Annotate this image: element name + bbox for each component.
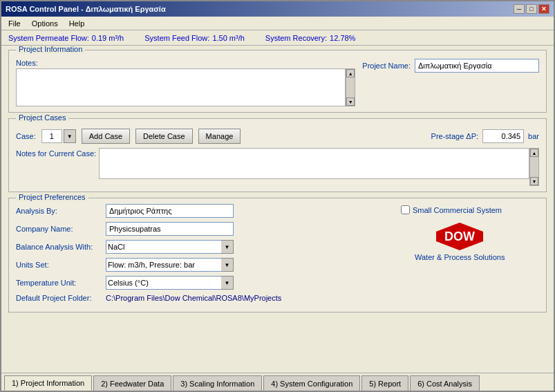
project-info-title: Project Information <box>16 46 85 53</box>
prefs-left: Analysis By: Company Name: Balance Analy… <box>16 204 387 306</box>
project-info-row: Notes: ▲ ▼ Project Name: <box>16 59 539 106</box>
feed-flow-label: System Feed Flow: <box>144 34 209 42</box>
add-case-button[interactable]: Add Case <box>82 129 130 144</box>
menu-bar: File Options Help <box>1 17 554 30</box>
balance-select-arrow[interactable]: ▼ <box>221 240 234 254</box>
tabs-bar: 1) Project Information 2) Feedwater Data… <box>1 373 554 391</box>
balance-select-wrapper: NaCl ▼ <box>106 240 234 254</box>
company-name-row: Company Name: <box>16 222 387 236</box>
permeate-flow-value: 0.19 m³/h <box>92 34 124 42</box>
case-notes-textarea[interactable] <box>99 148 529 179</box>
folder-row: Default Project Folder: C:\Program Files… <box>16 294 387 302</box>
notes-scrollbar[interactable]: ▲ ▼ <box>346 68 355 106</box>
case-dropdown-arrow[interactable]: ▼ <box>64 129 76 143</box>
company-name-label: Company Name: <box>16 225 106 233</box>
tab-scaling-information[interactable]: 3) Scaling Information <box>173 375 262 391</box>
scroll-down-arrow[interactable]: ▼ <box>346 97 355 106</box>
maximize-button[interactable]: □ <box>526 4 537 14</box>
case-label: Case: <box>16 132 36 140</box>
prestage-unit: bar <box>528 132 539 140</box>
notes-textarea[interactable] <box>16 68 346 106</box>
balance-analysis-row: Balance Analysis With: NaCl ▼ <box>16 240 387 254</box>
cases-row: Case: ▼ Add Case Delete Case Manage Pre-… <box>16 129 539 144</box>
project-preferences-title: Project Preferences <box>16 193 88 201</box>
feed-flow-item: System Feed Flow: 1.50 m³/h <box>144 34 245 42</box>
notes-for-case-label: Notes for Current Case: <box>16 148 96 186</box>
project-name-section: Project Name: <box>362 59 539 73</box>
analysis-by-row: Analysis By: <box>16 204 387 218</box>
window-controls: ─ □ ✕ <box>514 4 549 14</box>
permeate-flow-item: System Permeate Flow: 0.19 m³/h <box>8 34 124 42</box>
case-select: ▼ <box>41 129 76 143</box>
main-window: ROSA Control Panel - Διπλωματική Εργασία… <box>0 0 555 392</box>
notes-section: Notes: ▲ ▼ <box>16 59 355 106</box>
menu-help[interactable]: Help <box>65 19 89 28</box>
tab-system-configuration[interactable]: 4) System Configuration <box>263 375 360 391</box>
project-name-input[interactable] <box>415 59 539 73</box>
case-number-input[interactable] <box>41 129 62 143</box>
units-set-label: Units Set: <box>16 261 106 269</box>
recovery-item: System Recovery: 12.78% <box>265 34 356 42</box>
prefs-content: Analysis By: Company Name: Balance Analy… <box>16 204 539 306</box>
menu-options[interactable]: Options <box>28 19 62 28</box>
project-name-label: Project Name: <box>362 62 411 70</box>
recovery-value: 12.78% <box>330 34 355 42</box>
tab-feedwater-data[interactable]: 2) Feedwater Data <box>93 375 171 391</box>
dow-tagline: Water & Process Solutions <box>415 253 505 261</box>
temp-unit-label: Temperature Unit: <box>16 279 106 287</box>
temp-select-wrapper: Celsius (°C) ▼ <box>106 276 234 290</box>
tab-report[interactable]: 5) Report <box>361 375 408 391</box>
notes-label: Notes: <box>16 59 355 67</box>
temp-unit-row: Temperature Unit: Celsius (°C) ▼ <box>16 276 387 290</box>
analysis-by-label: Analysis By: <box>16 207 106 215</box>
close-button[interactable]: ✕ <box>538 4 549 14</box>
feed-flow-value: 1.50 m³/h <box>212 34 244 42</box>
recovery-label: System Recovery: <box>265 34 327 42</box>
units-select-arrow[interactable]: ▼ <box>221 258 234 272</box>
folder-path: C:\Program Files\Dow Chemical\ROSA8\MyPr… <box>106 294 281 302</box>
small-commercial-label[interactable]: Small Commercial System <box>401 205 502 214</box>
system-info-bar: System Permeate Flow: 0.19 m³/h System F… <box>1 30 554 46</box>
permeate-flow-label: System Permeate Flow: <box>8 34 89 42</box>
case-scroll-down[interactable]: ▼ <box>530 177 538 185</box>
project-info-group: Project Information Notes: ▲ ▼ Project N… <box>8 50 547 113</box>
small-commercial-text: Small Commercial System <box>413 206 502 214</box>
company-name-input[interactable] <box>106 222 234 236</box>
balance-analysis-label: Balance Analysis With: <box>16 243 106 251</box>
project-cases-group: Project Cases Case: ▼ Add Case Delete Ca… <box>8 118 547 192</box>
dow-logo-icon: DOW <box>432 221 487 252</box>
units-set-row: Units Set: Flow: m3/h, Pressure: bar ▼ <box>16 258 387 272</box>
tab-cost-analysis[interactable]: 6) Cost Analysis <box>410 375 480 391</box>
dow-logo-area: DOW Water & Process Solutions <box>415 221 505 261</box>
delete-case-button[interactable]: Delete Case <box>135 129 193 144</box>
tab-project-information[interactable]: 1) Project Information <box>4 375 92 391</box>
manage-button[interactable]: Manage <box>198 129 241 144</box>
menu-file[interactable]: File <box>4 19 25 28</box>
prestage-input[interactable] <box>482 129 524 143</box>
scroll-up-arrow[interactable]: ▲ <box>346 69 355 77</box>
folder-label: Default Project Folder: <box>16 294 106 302</box>
project-cases-title: Project Cases <box>16 113 68 122</box>
units-select-wrapper: Flow: m3/h, Pressure: bar ▼ <box>106 258 234 272</box>
balance-select[interactable]: NaCl <box>106 240 222 254</box>
notes-case-area: Notes for Current Case: ▲ ▼ <box>16 148 539 186</box>
small-commercial-checkbox[interactable] <box>401 205 410 214</box>
project-preferences-group: Project Preferences Analysis By: Company… <box>8 198 547 312</box>
minimize-button[interactable]: ─ <box>514 4 525 14</box>
temp-select-arrow[interactable]: ▼ <box>221 276 234 290</box>
main-content: Project Information Notes: ▲ ▼ Project N… <box>1 46 554 373</box>
prestage-label: Pre-stage ΔP: <box>431 132 479 140</box>
temp-select[interactable]: Celsius (°C) <box>106 276 222 290</box>
analysis-by-input[interactable] <box>106 204 234 218</box>
case-notes-scrollbar[interactable]: ▲ ▼ <box>529 148 539 186</box>
units-select[interactable]: Flow: m3/h, Pressure: bar <box>106 258 222 272</box>
prestage-section: Pre-stage ΔP: bar <box>431 129 539 143</box>
svg-text:DOW: DOW <box>444 230 475 243</box>
window-title: ROSA Control Panel - Διπλωματική Εργασία <box>6 5 166 13</box>
title-bar: ROSA Control Panel - Διπλωματική Εργασία… <box>1 1 554 17</box>
case-scroll-up[interactable]: ▲ <box>530 149 538 157</box>
